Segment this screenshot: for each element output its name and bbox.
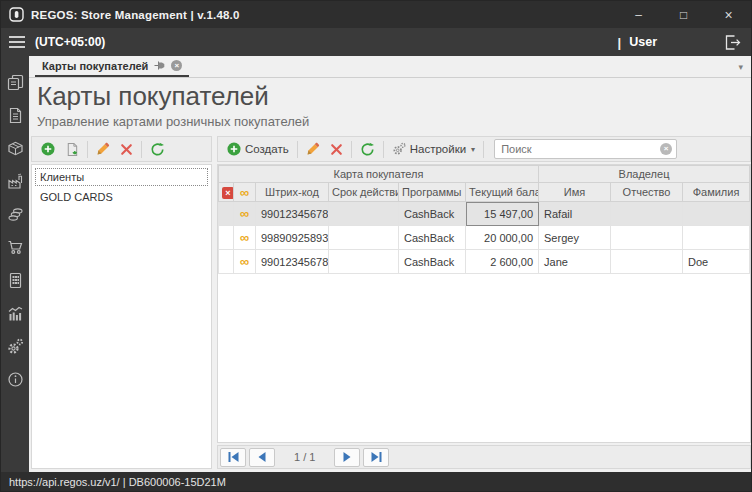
barcode-cell[interactable]: 9989092589307 <box>256 226 329 250</box>
middle-name-cell[interactable] <box>611 202 683 226</box>
validity-cell[interactable] <box>329 250 399 274</box>
minimize-button[interactable]: – <box>616 1 661 28</box>
delete-group-button[interactable] <box>115 141 138 158</box>
grid-toolbar: Создать <box>217 136 751 162</box>
column-header-barcode[interactable]: Штрих-код <box>256 183 329 202</box>
tree-item-clients[interactable]: Клиенты <box>35 168 208 186</box>
clear-filter-header[interactable]: × <box>219 183 234 202</box>
infinity-cell[interactable]: ∞ <box>234 226 256 250</box>
clear-filter-icon[interactable]: × <box>222 187 234 199</box>
column-header-middle-name[interactable]: Отчество <box>611 183 683 202</box>
menubar-right: | User <box>618 34 751 51</box>
programs-cell[interactable]: CashBack <box>399 226 466 250</box>
search-box: × <box>494 139 677 159</box>
toolbar-separator <box>483 141 484 158</box>
search-clear-icon[interactable]: × <box>660 143 672 155</box>
page-indicator: 1 / 1 <box>294 451 315 463</box>
card-groups-tree: Клиенты GOLD CARDS <box>31 164 212 469</box>
table-row[interactable]: ∞ 9901234567899 CashBack 2 600,00 Jane D… <box>219 250 750 274</box>
about-icon[interactable] <box>6 370 24 388</box>
tree-item-gold-cards[interactable]: GOLD CARDS <box>35 188 208 206</box>
cards-panel: Создать <box>217 136 751 469</box>
column-header-validity[interactable]: Срок действия <box>329 183 399 202</box>
settings-dropdown-button[interactable]: Настройки ▾ <box>387 140 480 158</box>
last-name-cell[interactable] <box>683 226 750 250</box>
user-separator: | <box>618 35 622 50</box>
column-header-programs[interactable]: Программы ...⊨ <box>399 183 466 202</box>
validity-cell[interactable] <box>329 202 399 226</box>
groups-panel: Клиенты GOLD CARDS <box>31 136 212 469</box>
toolbar-separator <box>141 141 142 158</box>
cards-icon[interactable] <box>6 73 24 91</box>
infinity-header[interactable]: ∞ <box>234 183 256 202</box>
middle-name-cell[interactable] <box>611 226 683 250</box>
row-indicator-cell[interactable] <box>219 226 234 250</box>
documents-icon[interactable] <box>6 106 24 124</box>
page-title: Карты покупателей <box>37 81 741 112</box>
refresh-grid-button[interactable] <box>355 140 380 159</box>
first-name-cell[interactable]: Rafail <box>539 202 611 226</box>
group-header-card: Карта покупателя <box>219 166 539 183</box>
programs-cell[interactable]: CashBack <box>399 250 466 274</box>
regos-logo-icon <box>9 7 24 22</box>
previous-page-button[interactable] <box>249 448 275 467</box>
tab-bar: Карты покупателей × ▾ <box>29 56 751 78</box>
validity-cell[interactable] <box>329 226 399 250</box>
middle-name-cell[interactable] <box>611 250 683 274</box>
next-page-button[interactable] <box>334 448 360 467</box>
tab-close-icon[interactable]: × <box>171 60 182 71</box>
last-name-cell[interactable]: Doe <box>683 250 750 274</box>
hamburger-menu-icon[interactable] <box>1 28 31 56</box>
products-icon[interactable] <box>6 139 24 157</box>
barcode-cell[interactable]: 9901234567899 <box>256 250 329 274</box>
create-card-button[interactable]: Создать <box>222 140 294 158</box>
first-page-button[interactable] <box>220 448 246 467</box>
barcode-cell[interactable]: 9901234567898 <box>256 202 329 226</box>
close-button[interactable]: × <box>706 1 751 28</box>
column-header-balance[interactable]: Текущий баланс <box>466 183 539 202</box>
reports-icon[interactable] <box>6 304 24 322</box>
column-header-first-name[interactable]: Имя <box>539 183 611 202</box>
title-bar: REGOS: Store Management | v.1.48.0 – □ × <box>1 1 751 28</box>
last-page-button[interactable] <box>363 448 389 467</box>
add-group-button[interactable] <box>36 140 60 158</box>
production-icon[interactable] <box>6 172 24 190</box>
logout-icon[interactable] <box>723 34 741 51</box>
terminals-icon[interactable] <box>6 271 24 289</box>
toolbar-separator <box>383 141 384 158</box>
last-name-cell[interactable] <box>683 202 750 226</box>
settings-icon[interactable] <box>6 337 24 355</box>
table-row[interactable]: ∞ 9989092589307 CashBack 20 000,00 Serge… <box>219 226 750 250</box>
add-subgroup-button[interactable] <box>60 140 84 159</box>
pin-icon[interactable] <box>154 57 165 75</box>
edit-card-button[interactable] <box>301 140 325 158</box>
search-input[interactable] <box>501 143 660 155</box>
settings-label: Настройки <box>410 143 466 155</box>
refresh-groups-button[interactable] <box>145 140 170 159</box>
tab-customer-cards[interactable]: Карты покупателей × <box>35 56 189 77</box>
maximize-button[interactable]: □ <box>661 1 706 28</box>
delete-card-button[interactable] <box>325 141 348 158</box>
edit-group-button[interactable] <box>91 140 115 158</box>
finance-icon[interactable] <box>6 205 24 223</box>
user-name[interactable]: User <box>629 35 657 49</box>
balance-cell[interactable]: 20 000,00 <box>466 226 539 250</box>
tab-list-caret-icon[interactable]: ▾ <box>738 62 743 72</box>
balance-cell[interactable]: 2 600,00 <box>466 250 539 274</box>
balance-cell[interactable]: 15 497,00 <box>466 202 539 226</box>
page-header: Карты покупателей Управление картами роз… <box>29 78 751 136</box>
module-sidebar <box>1 56 29 472</box>
table-row[interactable]: ∞ 9901234567898 CashBack 15 497,00 Rafai… <box>219 202 750 226</box>
first-name-cell[interactable]: Sergey <box>539 226 611 250</box>
pagination-bar: 1 / 1 <box>217 445 751 469</box>
timezone-label: (UTC+05:00) <box>35 35 105 49</box>
row-indicator-cell[interactable] <box>219 250 234 274</box>
programs-cell[interactable]: CashBack <box>399 202 466 226</box>
purchases-icon[interactable] <box>6 238 24 256</box>
first-name-cell[interactable]: Jane <box>539 250 611 274</box>
infinity-cell[interactable]: ∞ <box>234 250 256 274</box>
column-header-last-name[interactable]: Фамилия <box>683 183 750 202</box>
infinity-cell[interactable]: ∞ <box>234 202 256 226</box>
toolbar-separator <box>297 141 298 158</box>
row-indicator-cell[interactable] <box>219 202 234 226</box>
